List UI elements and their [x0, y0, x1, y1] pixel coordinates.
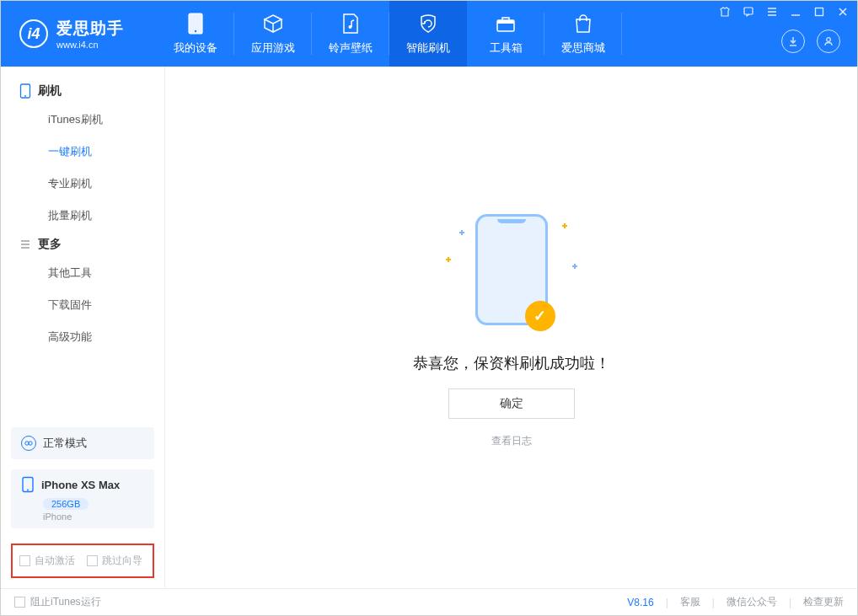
menu-icon[interactable]	[766, 6, 778, 18]
tab-label: 工具箱	[490, 40, 523, 56]
tab-toolbox[interactable]: 工具箱	[467, 1, 544, 67]
device-icon	[188, 12, 203, 35]
checkbox-icon	[14, 597, 25, 608]
footer: 阻止iTunes运行 V8.16 | 客服 | 微信公众号 | 检查更新	[1, 588, 857, 615]
sidebar-item-batch-flash[interactable]: 批量刷机	[1, 200, 164, 232]
sparkle-icon	[562, 223, 567, 228]
tab-my-device[interactable]: 我的设备	[157, 1, 234, 67]
toolbox-icon	[495, 12, 517, 35]
checkbox-label: 自动激活	[35, 554, 75, 568]
success-message: 恭喜您，保资料刷机成功啦！	[413, 353, 610, 373]
tab-label: 智能刷机	[406, 40, 450, 56]
svg-rect-5	[744, 8, 753, 14]
checkbox-skip-guide[interactable]: 跳过向导	[87, 554, 142, 568]
tab-label: 爱思商城	[561, 40, 605, 56]
tab-store[interactable]: 爱思商城	[544, 1, 622, 67]
main-content: ✓ 恭喜您，保资料刷机成功啦！ 确定 查看日志	[165, 67, 857, 588]
support-link[interactable]: 客服	[680, 595, 700, 609]
sidebar-item-other-tools[interactable]: 其他工具	[1, 257, 164, 289]
checkbox-block-itunes[interactable]: 阻止iTunes运行	[14, 595, 101, 609]
window-controls-top	[719, 6, 849, 18]
tab-ringtones-wallpapers[interactable]: 铃声壁纸	[312, 1, 389, 67]
success-illustration: ✓	[444, 206, 579, 333]
app-window: i4 爱思助手 www.i4.cn 我的设备 应用游戏	[0, 0, 858, 616]
tab-label: 铃声壁纸	[329, 40, 373, 56]
sidebar-item-itunes-flash[interactable]: iTunes刷机	[1, 104, 164, 136]
sidebar-item-pro-flash[interactable]: 专业刷机	[1, 168, 164, 200]
flash-options-box: 自动激活 跳过向导	[11, 544, 154, 578]
sidebar-section-flash: 刷机	[1, 78, 164, 104]
main-tabs: 我的设备 应用游戏 铃声壁纸 智能刷机	[157, 1, 622, 67]
svg-point-9	[24, 95, 26, 97]
shopping-bag-icon	[573, 12, 593, 35]
version-label: V8.16	[627, 597, 653, 608]
device-card[interactable]: iPhone XS Max 256GB iPhone	[11, 469, 154, 528]
tab-apps-games[interactable]: 应用游戏	[234, 1, 312, 67]
header-action-buttons	[781, 29, 840, 53]
checkbox-label: 跳过向导	[102, 554, 142, 568]
checkbox-auto-activate[interactable]: 自动激活	[19, 554, 75, 568]
wechat-link[interactable]: 微信公众号	[727, 595, 777, 609]
sidebar-item-advanced[interactable]: 高级功能	[1, 321, 164, 353]
phone-icon	[19, 83, 31, 99]
section-title: 刷机	[38, 83, 62, 99]
sidebar: 刷机 iTunes刷机 一键刷机 专业刷机 批量刷机 更多 其他工具 下载固件 …	[1, 67, 165, 588]
sidebar-item-download-firmware[interactable]: 下载固件	[1, 289, 164, 321]
svg-point-7	[827, 38, 831, 42]
sparkle-icon	[572, 264, 577, 269]
cube-icon	[262, 12, 284, 35]
app-name: 爱思助手	[56, 18, 124, 40]
mode-icon	[21, 436, 36, 451]
svg-rect-6	[816, 8, 823, 16]
ok-button[interactable]: 确定	[448, 388, 575, 419]
sidebar-item-oneclick-flash[interactable]: 一键刷机	[1, 136, 164, 168]
device-phone-icon	[21, 476, 35, 493]
close-button[interactable]	[837, 6, 849, 18]
device-storage-badge: 256GB	[43, 498, 88, 510]
body: 刷机 iTunes刷机 一键刷机 专业刷机 批量刷机 更多 其他工具 下载固件 …	[1, 67, 857, 588]
tab-label: 我的设备	[174, 40, 217, 56]
phone-illustration-icon: ✓	[475, 214, 548, 325]
check-circle-icon: ✓	[525, 301, 555, 331]
mode-card[interactable]: 正常模式	[11, 427, 154, 459]
checkbox-icon	[19, 555, 30, 566]
account-button[interactable]	[817, 29, 840, 53]
mode-label: 正常模式	[43, 436, 87, 451]
logo-badge-icon: i4	[19, 19, 48, 48]
app-site: www.i4.cn	[56, 40, 124, 50]
svg-rect-4	[497, 20, 514, 24]
music-file-icon	[341, 12, 360, 35]
check-update-link[interactable]: 检查更新	[803, 595, 844, 609]
sparkle-icon	[459, 230, 464, 235]
sidebar-section-more: 更多	[1, 232, 164, 257]
download-button[interactable]	[781, 29, 805, 53]
checkbox-label: 阻止iTunes运行	[30, 595, 101, 609]
shield-refresh-icon	[417, 12, 439, 35]
minimize-button[interactable]	[790, 6, 802, 18]
sparkle-icon	[446, 257, 451, 262]
svg-point-13	[27, 490, 29, 491]
tab-smart-flash[interactable]: 智能刷机	[389, 1, 467, 67]
section-title: 更多	[38, 237, 62, 252]
feedback-icon[interactable]	[743, 6, 754, 18]
header: i4 爱思助手 www.i4.cn 我的设备 应用游戏	[1, 1, 857, 67]
checkbox-icon	[87, 555, 98, 566]
maximize-button[interactable]	[813, 6, 825, 18]
device-type: iPhone	[43, 512, 144, 522]
view-log-link[interactable]: 查看日志	[491, 434, 532, 448]
svg-point-2	[349, 25, 352, 29]
skin-icon[interactable]	[719, 6, 731, 18]
tab-label: 应用游戏	[251, 40, 295, 56]
device-name: iPhone XS Max	[41, 479, 120, 491]
svg-point-1	[195, 30, 196, 32]
list-icon	[19, 238, 31, 250]
app-logo: i4 爱思助手 www.i4.cn	[1, 1, 157, 67]
